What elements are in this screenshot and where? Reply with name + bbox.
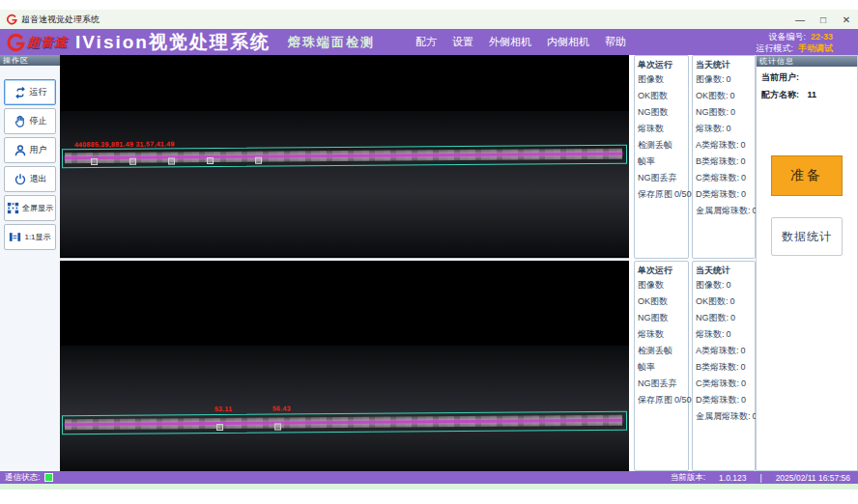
run-mode-value: 手动调试 xyxy=(798,42,833,54)
today-stats-group: 当天统计 图像数:0OK图数:0NG图数:0熔珠数:0A类熔珠数:0B类熔珠数:… xyxy=(692,261,756,471)
detection-mark xyxy=(255,157,262,164)
run-icon xyxy=(14,86,27,99)
stat-row: 熔珠数 xyxy=(635,121,688,137)
main-area: 操作区 运行 停止 用户 退出 xyxy=(0,55,858,471)
stat-row: 图像数 xyxy=(635,277,688,294)
single-run-title: 单次运行 xyxy=(635,56,688,71)
detection-mark xyxy=(91,158,98,165)
status-bar-right: 当前版本: 1.0.123 | 2025/02/11 16:57:56 xyxy=(671,472,850,484)
fullscreen-button[interactable]: 全屏显示 xyxy=(4,195,56,221)
window-bottom-edge xyxy=(0,484,858,490)
stat-row: 保存原图0/500 xyxy=(635,186,688,203)
measurement-annotation: 440885.39,881.49 31.57,41.49 xyxy=(74,140,175,148)
outer-camera-view[interactable]: 440885.39,881.49 31.57,41.49 xyxy=(60,55,629,258)
menu-item[interactable]: 设置 xyxy=(452,35,473,49)
user-button-label: 用户 xyxy=(30,144,47,156)
stats-panel-outer: 单次运行 图像数OK图数NG图数熔珠数检测丢帧帧率NG图丢弃保存原图0/500 … xyxy=(634,55,754,259)
comm-status-label: 通信状态: xyxy=(5,472,40,484)
stat-row: B类熔珠数:0 xyxy=(693,359,755,376)
recipe-name-value: 11 xyxy=(808,90,817,99)
window-titlebar: 超音速视觉处理系统 — □ ✕ xyxy=(0,10,858,30)
restore-button[interactable]: □ xyxy=(812,10,835,29)
recipe-name-row: 配方名称: 11 xyxy=(757,89,857,101)
data-statistics-button[interactable]: 数据统计 xyxy=(771,217,843,256)
menu-item[interactable]: 帮助 xyxy=(605,35,626,49)
user-button[interactable]: 用户 xyxy=(4,137,56,163)
brand-logo: 超音速 xyxy=(6,33,68,52)
user-icon xyxy=(14,144,27,157)
single-run-title: 单次运行 xyxy=(635,262,688,277)
stat-row: B类熔珠数:0 xyxy=(693,154,755,170)
stat-row: OK图数:0 xyxy=(693,88,755,104)
stat-row: 熔珠数:0 xyxy=(693,326,755,343)
window-controls: — □ ✕ xyxy=(788,10,858,29)
app-header: 超音速 IVision视觉处理系统 熔珠端面检测 配方设置外侧相机内侧相机帮助 … xyxy=(0,29,858,55)
stat-row: 熔珠数 xyxy=(635,326,688,343)
measurement-label: 56.43 xyxy=(272,405,291,411)
status-datetime: 2025/02/11 16:57:56 xyxy=(776,473,850,483)
stat-row: 图像数 xyxy=(635,71,688,88)
brand-swirl-icon xyxy=(6,14,17,25)
stat-row: 图像数:0 xyxy=(693,71,755,88)
run-button[interactable]: 运行 xyxy=(4,79,56,105)
single-run-group: 单次运行 图像数OK图数NG图数熔珠数检测丢帧帧率NG图丢弃保存原图0/500 xyxy=(634,55,689,259)
one-to-one-button[interactable]: 1:1显示 xyxy=(4,224,56,250)
stat-row: A类熔珠数:0 xyxy=(693,343,755,359)
fullscreen-button-label: 全屏显示 xyxy=(22,203,53,213)
stat-row: 图像数:0 xyxy=(693,277,755,294)
stat-row: 保存原图0/500 xyxy=(635,392,688,408)
stat-row: A类熔珠数:0 xyxy=(693,137,755,154)
main-menu: 配方设置外侧相机内侧相机帮助 xyxy=(415,35,626,49)
stat-row: C类熔珠数:0 xyxy=(693,170,755,186)
recipe-name-label: 配方名称: xyxy=(761,90,799,99)
current-user-row: 当前用户: xyxy=(757,71,857,84)
window-title: 超音速视觉处理系统 xyxy=(21,14,100,26)
menu-item[interactable]: 外侧相机 xyxy=(489,35,531,49)
stat-row: NG图数:0 xyxy=(693,310,755,326)
stat-row: D类熔珠数:0 xyxy=(693,186,755,203)
stats-panel-inner: 单次运行 图像数OK图数NG图数熔珠数检测丢帧帧率NG图丢弃保存原图0/500 … xyxy=(634,261,754,471)
device-number-row: 设备编号: 22-33 xyxy=(768,31,833,42)
status-separator: | xyxy=(759,473,761,483)
close-button[interactable]: ✕ xyxy=(835,10,858,29)
menu-item[interactable]: 配方 xyxy=(415,35,437,49)
run-button-label: 运行 xyxy=(30,86,47,98)
power-icon xyxy=(14,173,27,186)
operation-sidebar: 操作区 运行 停止 用户 退出 xyxy=(0,55,61,471)
statistics-info-panel: 统计信息 当前用户: 配方名称: 11 准备 数据统计 xyxy=(756,55,858,471)
app-subtitle: 熔珠端面检测 xyxy=(288,34,375,51)
minimize-button[interactable]: — xyxy=(788,10,812,29)
stat-row: 帧率 xyxy=(635,154,688,170)
brand-name: 超音速 xyxy=(27,34,68,51)
detection-mark xyxy=(168,157,175,164)
stop-button[interactable]: 停止 xyxy=(4,108,56,134)
device-number-value: 22-33 xyxy=(811,31,833,42)
detection-mark xyxy=(274,424,281,431)
stat-row: OK图数 xyxy=(635,294,688,310)
today-stats-title: 当天统计 xyxy=(693,56,755,71)
app-window: 超音速视觉处理系统 — □ ✕ 超音速 IVision视觉处理系统 熔珠端面检测… xyxy=(0,0,858,504)
operation-buttons: 运行 停止 用户 退出 全屏显示 xyxy=(0,79,60,250)
menu-item[interactable]: 内侧相机 xyxy=(547,35,589,49)
stat-row: 帧率 xyxy=(635,359,688,376)
stat-row: 检测丢帧 xyxy=(635,137,688,154)
prepare-button[interactable]: 准备 xyxy=(771,155,843,196)
stat-row: 检测丢帧 xyxy=(635,343,688,359)
inner-camera-view[interactable]: 53.11 56.43 xyxy=(60,261,629,471)
stat-row: 金属屑熔珠数:0 xyxy=(693,203,755,219)
measurement-label: 53.11 xyxy=(214,406,233,412)
operation-sidebar-title: 操作区 xyxy=(0,55,60,66)
exit-button[interactable]: 退出 xyxy=(4,166,56,192)
run-mode-row: 运行模式: 手动调试 xyxy=(756,42,833,54)
today-stats-title: 当天统计 xyxy=(693,262,755,277)
stat-row: NG图数 xyxy=(635,104,688,121)
statistics-area: 单次运行 图像数OK图数NG图数熔珠数检测丢帧帧率NG图丢弃保存原图0/500 … xyxy=(634,55,754,471)
exit-button-label: 退出 xyxy=(30,173,47,185)
today-stats-group: 当天统计 图像数:0OK图数:0NG图数:0熔珠数:0A类熔珠数:0B类熔珠数:… xyxy=(692,55,756,259)
app-title: IVision视觉处理系统 xyxy=(75,30,271,55)
statistics-info-title: 统计信息 xyxy=(757,56,857,67)
one-to-one-button-label: 1:1显示 xyxy=(24,232,50,242)
version-value: 1.0.123 xyxy=(719,473,746,483)
stat-row: NG图数 xyxy=(635,310,688,326)
detection-mark xyxy=(207,157,214,164)
